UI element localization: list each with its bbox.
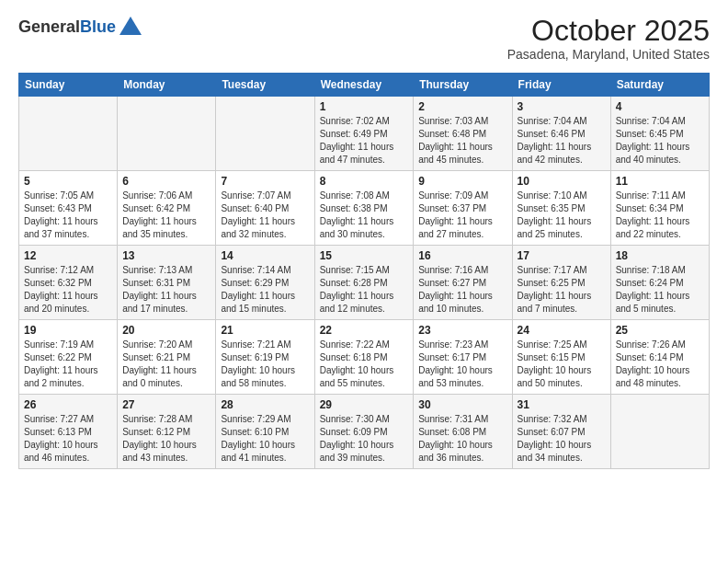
calendar-cell: 28Sunrise: 7:29 AMSunset: 6:10 PMDayligh… xyxy=(216,395,314,469)
calendar-table: SundayMondayTuesdayWednesdayThursdayFrid… xyxy=(18,73,710,469)
day-info: Sunrise: 7:29 AMSunset: 6:10 PMDaylight:… xyxy=(221,414,295,463)
day-info: Sunrise: 7:25 AMSunset: 6:15 PMDaylight:… xyxy=(518,339,592,388)
day-number: 23 xyxy=(418,324,506,337)
day-number: 21 xyxy=(221,324,309,337)
calendar-cell: 29Sunrise: 7:30 AMSunset: 6:09 PMDayligh… xyxy=(314,395,414,469)
weekday-header: Saturday xyxy=(610,74,709,97)
day-info: Sunrise: 7:30 AMSunset: 6:09 PMDaylight:… xyxy=(320,414,394,463)
day-number: 22 xyxy=(320,324,409,337)
day-number: 9 xyxy=(418,175,506,188)
calendar-week-row: 12Sunrise: 7:12 AMSunset: 6:32 PMDayligh… xyxy=(19,246,710,320)
calendar-cell: 30Sunrise: 7:31 AMSunset: 6:08 PMDayligh… xyxy=(414,395,512,469)
day-info: Sunrise: 7:05 AMSunset: 6:43 PMDaylight:… xyxy=(24,190,98,239)
calendar-week-row: 1Sunrise: 7:02 AMSunset: 6:49 PMDaylight… xyxy=(19,97,710,171)
logo-blue: Blue xyxy=(80,17,116,36)
calendar-cell: 6Sunrise: 7:06 AMSunset: 6:42 PMDaylight… xyxy=(118,171,216,246)
calendar-cell xyxy=(610,395,709,469)
calendar-cell xyxy=(19,97,118,171)
day-info: Sunrise: 7:21 AMSunset: 6:19 PMDaylight:… xyxy=(221,339,295,388)
day-number: 15 xyxy=(320,249,409,262)
calendar-cell: 2Sunrise: 7:03 AMSunset: 6:48 PMDaylight… xyxy=(414,97,512,171)
calendar-cell: 27Sunrise: 7:28 AMSunset: 6:12 PMDayligh… xyxy=(118,395,216,469)
calendar-week-row: 26Sunrise: 7:27 AMSunset: 6:13 PMDayligh… xyxy=(19,395,710,469)
calendar-week-row: 5Sunrise: 7:05 AMSunset: 6:43 PMDaylight… xyxy=(19,171,710,246)
calendar-cell: 25Sunrise: 7:26 AMSunset: 6:14 PMDayligh… xyxy=(610,320,709,395)
calendar-cell: 18Sunrise: 7:18 AMSunset: 6:24 PMDayligh… xyxy=(610,246,709,320)
weekday-header: Tuesday xyxy=(216,74,314,97)
day-number: 18 xyxy=(616,249,704,262)
day-number: 8 xyxy=(320,175,409,188)
calendar-cell: 26Sunrise: 7:27 AMSunset: 6:13 PMDayligh… xyxy=(19,395,118,469)
month-title: October 2025 xyxy=(507,15,710,47)
calendar-cell: 17Sunrise: 7:17 AMSunset: 6:25 PMDayligh… xyxy=(512,246,610,320)
logo: GeneralBlue xyxy=(18,15,143,40)
day-number: 24 xyxy=(518,324,606,337)
day-number: 25 xyxy=(616,324,704,337)
day-number: 28 xyxy=(221,398,309,411)
calendar-cell: 3Sunrise: 7:04 AMSunset: 6:46 PMDaylight… xyxy=(512,97,610,171)
calendar-cell: 19Sunrise: 7:19 AMSunset: 6:22 PMDayligh… xyxy=(19,320,118,395)
header-row: SundayMondayTuesdayWednesdayThursdayFrid… xyxy=(19,74,710,97)
day-number: 5 xyxy=(24,175,112,188)
day-info: Sunrise: 7:31 AMSunset: 6:08 PMDaylight:… xyxy=(418,414,493,463)
day-number: 2 xyxy=(418,100,506,113)
day-number: 19 xyxy=(24,324,112,337)
day-number: 10 xyxy=(518,175,606,188)
calendar-cell xyxy=(118,97,216,171)
day-info: Sunrise: 7:32 AMSunset: 6:07 PMDaylight:… xyxy=(518,414,592,463)
day-info: Sunrise: 7:02 AMSunset: 6:49 PMDaylight:… xyxy=(320,116,394,165)
weekday-header: Sunday xyxy=(19,74,118,97)
calendar-cell: 9Sunrise: 7:09 AMSunset: 6:37 PMDaylight… xyxy=(414,171,512,246)
calendar-cell: 10Sunrise: 7:10 AMSunset: 6:35 PMDayligh… xyxy=(512,171,610,246)
day-info: Sunrise: 7:16 AMSunset: 6:27 PMDaylight:… xyxy=(418,265,493,314)
day-number: 7 xyxy=(221,175,309,188)
day-number: 1 xyxy=(320,100,409,113)
day-number: 3 xyxy=(518,100,606,113)
calendar-cell: 4Sunrise: 7:04 AMSunset: 6:45 PMDaylight… xyxy=(610,97,709,171)
logo-icon xyxy=(118,15,143,40)
calendar-cell: 20Sunrise: 7:20 AMSunset: 6:21 PMDayligh… xyxy=(118,320,216,395)
calendar-cell: 31Sunrise: 7:32 AMSunset: 6:07 PMDayligh… xyxy=(512,395,610,469)
day-info: Sunrise: 7:26 AMSunset: 6:14 PMDaylight:… xyxy=(616,339,690,388)
day-info: Sunrise: 7:23 AMSunset: 6:17 PMDaylight:… xyxy=(418,339,493,388)
day-number: 4 xyxy=(616,100,704,113)
day-info: Sunrise: 7:07 AMSunset: 6:40 PMDaylight:… xyxy=(221,190,295,239)
day-info: Sunrise: 7:15 AMSunset: 6:28 PMDaylight:… xyxy=(320,265,394,314)
day-number: 13 xyxy=(122,249,210,262)
day-info: Sunrise: 7:03 AMSunset: 6:48 PMDaylight:… xyxy=(418,116,493,165)
day-info: Sunrise: 7:11 AMSunset: 6:34 PMDaylight:… xyxy=(616,190,690,239)
day-info: Sunrise: 7:14 AMSunset: 6:29 PMDaylight:… xyxy=(221,265,295,314)
day-number: 26 xyxy=(24,398,112,411)
day-info: Sunrise: 7:19 AMSunset: 6:22 PMDaylight:… xyxy=(24,339,98,388)
location: Pasadena, Maryland, United States xyxy=(507,47,710,62)
day-info: Sunrise: 7:22 AMSunset: 6:18 PMDaylight:… xyxy=(320,339,394,388)
day-info: Sunrise: 7:04 AMSunset: 6:46 PMDaylight:… xyxy=(518,116,592,165)
day-number: 27 xyxy=(122,398,210,411)
title-block: October 2025 Pasadena, Maryland, United … xyxy=(507,15,710,62)
day-info: Sunrise: 7:06 AMSunset: 6:42 PMDaylight:… xyxy=(122,190,197,239)
calendar-cell: 24Sunrise: 7:25 AMSunset: 6:15 PMDayligh… xyxy=(512,320,610,395)
day-info: Sunrise: 7:04 AMSunset: 6:45 PMDaylight:… xyxy=(616,116,690,165)
day-info: Sunrise: 7:10 AMSunset: 6:35 PMDaylight:… xyxy=(518,190,592,239)
weekday-header: Thursday xyxy=(414,74,512,97)
day-number: 29 xyxy=(320,398,409,411)
svg-marker-0 xyxy=(119,17,142,35)
calendar-cell: 12Sunrise: 7:12 AMSunset: 6:32 PMDayligh… xyxy=(19,246,118,320)
day-info: Sunrise: 7:27 AMSunset: 6:13 PMDaylight:… xyxy=(24,414,98,463)
logo-general: General xyxy=(18,17,80,36)
day-number: 16 xyxy=(418,249,506,262)
calendar-cell: 22Sunrise: 7:22 AMSunset: 6:18 PMDayligh… xyxy=(314,320,414,395)
weekday-header: Wednesday xyxy=(314,74,414,97)
calendar-cell: 21Sunrise: 7:21 AMSunset: 6:19 PMDayligh… xyxy=(216,320,314,395)
day-number: 6 xyxy=(122,175,210,188)
calendar-cell: 16Sunrise: 7:16 AMSunset: 6:27 PMDayligh… xyxy=(414,246,512,320)
calendar-cell: 15Sunrise: 7:15 AMSunset: 6:28 PMDayligh… xyxy=(314,246,414,320)
calendar-cell xyxy=(216,97,314,171)
calendar-cell: 11Sunrise: 7:11 AMSunset: 6:34 PMDayligh… xyxy=(610,171,709,246)
day-number: 14 xyxy=(221,249,309,262)
calendar-cell: 5Sunrise: 7:05 AMSunset: 6:43 PMDaylight… xyxy=(19,171,118,246)
page-header: GeneralBlue October 2025 Pasadena, Maryl… xyxy=(18,15,710,62)
calendar-cell: 7Sunrise: 7:07 AMSunset: 6:40 PMDaylight… xyxy=(216,171,314,246)
day-number: 30 xyxy=(418,398,506,411)
calendar-cell: 13Sunrise: 7:13 AMSunset: 6:31 PMDayligh… xyxy=(118,246,216,320)
